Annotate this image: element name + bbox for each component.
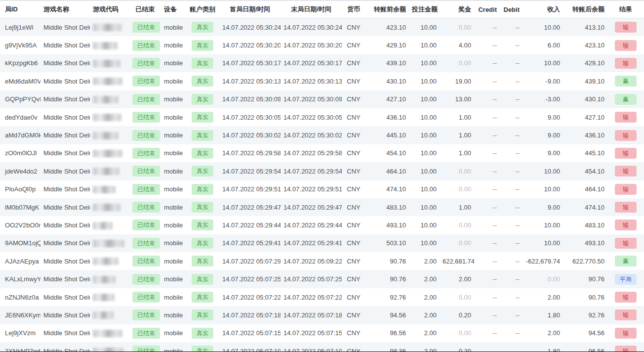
balance-before-cell: 464.10	[365, 162, 409, 180]
game-name-cell: Middle Shot Deluxe	[40, 108, 90, 126]
result-cell: 输	[607, 108, 644, 126]
currency-value: CNY	[347, 78, 360, 85]
balance-after-cell: 94.56	[563, 324, 607, 342]
credit-cell: --	[474, 288, 500, 306]
column-header-bet: 投注金额	[409, 1, 440, 18]
bonus-cell: 0.00	[440, 162, 474, 180]
last-time-cell: 14.07.2022 05:30:24	[281, 18, 342, 37]
income-value: -3.00	[545, 95, 560, 103]
account-type-cell: 真实	[186, 288, 219, 306]
bonus-value: 0.20	[459, 311, 471, 319]
last-time-cell: 14.07.2022 05:29:47	[281, 198, 342, 216]
first-time-value: 14.07.2022 05:30:20	[222, 42, 281, 49]
first-time-value: 14.07.2022 05:29:58	[222, 149, 281, 157]
last-time-value: 14.07.2022 05:29:41	[283, 239, 342, 247]
currency-cell: CNY	[342, 324, 365, 342]
game-name-value: Middle Shot Deluxe	[43, 258, 90, 265]
balance-after-cell: 427.10	[563, 108, 607, 126]
last-time-cell: 14.07.2022 05:30:17	[281, 54, 342, 72]
id-value: aMd7dGM0k	[5, 132, 40, 139]
bonus-value: 0.00	[459, 221, 471, 229]
game-name-value: Middle Shot Deluxe	[43, 221, 90, 229]
bet-value: 2.00	[424, 311, 437, 319]
column-header-bonus: 奖金	[440, 1, 474, 18]
game-code-cell	[90, 180, 129, 198]
credit-value: --	[492, 114, 497, 121]
table-row: zO0m0lOJlMiddle Shot Deluxe已结束mobile真实14…	[0, 144, 644, 162]
bet-cell: 10.00	[409, 54, 440, 72]
result-cell: 输	[607, 288, 644, 306]
account-type-cell: 真实	[186, 234, 219, 252]
account-type-cell: 真实	[186, 162, 219, 180]
device-cell: mobile	[161, 54, 186, 72]
finished-cell: 已结束	[129, 36, 161, 54]
result-cell: 平局	[607, 270, 644, 288]
debit-cell: --	[500, 18, 523, 37]
device-value: mobile	[164, 149, 183, 157]
account-type-cell: 真实	[186, 18, 219, 37]
id-cell: nZNJN6z0a	[0, 288, 40, 306]
table-row: eMd6daM0VMiddle Shot Deluxe已结束mobile真实14…	[0, 72, 644, 90]
game-name-value: Middle Shot Deluxe	[43, 168, 90, 175]
game-code-redacted	[93, 330, 122, 337]
currency-value: CNY	[347, 132, 360, 139]
table-row: GQPpPYQvEMiddle Shot Deluxe已结束mobile真实14…	[0, 90, 644, 108]
first-time-value: 14.07.2022 05:07:15	[222, 329, 281, 337]
finished-cell: 已结束	[129, 144, 161, 162]
result-cell: 输	[607, 144, 644, 162]
bonus-cell: 0.00	[440, 18, 474, 37]
device-cell: mobile	[161, 216, 186, 234]
bonus-cell: 0.20	[440, 342, 474, 352]
column-header-id: 局ID	[0, 1, 40, 18]
balance-before-cell: 94.56	[365, 306, 409, 324]
finished-cell: 已结束	[129, 252, 161, 270]
account-type-cell: 真实	[186, 252, 219, 270]
first-time-cell: 14.07.2022 05:07:15	[219, 324, 281, 342]
debit-cell: --	[500, 54, 523, 72]
account-type-badge: 真实	[192, 130, 213, 141]
currency-cell: CNY	[342, 306, 365, 324]
game-name-value: Middle Shot Deluxe	[43, 24, 90, 31]
bonus-value: 4.00	[459, 42, 471, 49]
last-time-value: 14.07.2022 05:30:17	[283, 59, 342, 67]
currency-value: CNY	[347, 185, 360, 193]
column-header-debit: Debit	[500, 1, 523, 18]
first-time-cell: 14.07.2022 05:30:09	[219, 90, 281, 108]
table-row: Lej9j1eWlMiddle Shot Deluxe已结束mobile真实14…	[0, 18, 644, 37]
income-cell: 9.00	[523, 144, 563, 162]
credit-cell: --	[474, 36, 500, 54]
finished-cell: 已结束	[129, 342, 161, 352]
last-time-cell: 14.07.2022 05:30:05	[281, 108, 342, 126]
income-value: 9.00	[548, 114, 560, 121]
income-value: 2.00	[548, 329, 560, 337]
game-name-value: Middle Shot Deluxe	[43, 132, 90, 139]
device-cell: mobile	[161, 36, 186, 54]
balance-after-value: 90.76	[588, 275, 604, 283]
income-cell: 10.00	[523, 18, 563, 37]
bet-cell: 10.00	[409, 144, 440, 162]
debit-cell: --	[500, 198, 523, 216]
balance-before-value: 454.10	[386, 149, 406, 157]
game-code-redacted	[93, 168, 120, 175]
account-type-badge: 真实	[192, 166, 213, 176]
balance-after-cell: 413.10	[563, 18, 607, 37]
credit-value: --	[492, 78, 497, 85]
first-time-cell: 14.07.2022 05:29:44	[219, 216, 281, 234]
game-code-redacted	[93, 186, 116, 193]
balance-before-value: 483.10	[386, 204, 406, 211]
balance-before-value: 474.10	[386, 185, 406, 193]
balance-after-cell: 423.10	[563, 36, 607, 54]
game-code-redacted	[93, 204, 121, 211]
bet-value: 2.00	[424, 258, 437, 265]
account-type-badge: 真实	[192, 94, 213, 105]
table-row: g9VjVk95AMiddle Shot Deluxe已结束mobile真实14…	[0, 36, 644, 54]
bet-value: 10.00	[420, 149, 437, 157]
bonus-value: 0.00	[459, 168, 471, 175]
id-cell: PloAoQl0p	[0, 180, 40, 198]
balance-before-value: 493.10	[386, 221, 406, 229]
balance-before-value: 439.10	[386, 59, 406, 67]
account-type-badge: 真实	[192, 274, 213, 285]
bonus-value: 1.00	[459, 114, 471, 121]
balance-after-value: 483.10	[585, 221, 604, 229]
bonus-cell: 19.00	[440, 72, 474, 90]
